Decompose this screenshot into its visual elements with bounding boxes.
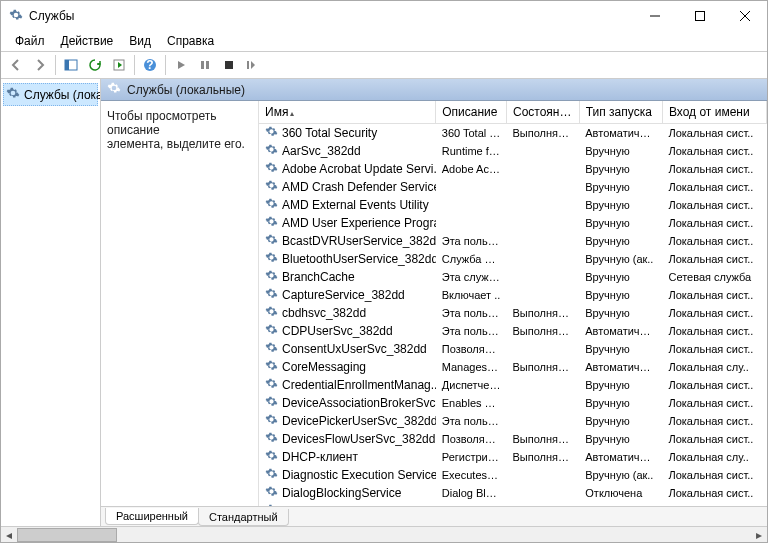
service-status: Выполняется	[506, 430, 579, 448]
service-name: BcastDVRUserService_382dd	[282, 234, 436, 248]
menubar: Файл Действие Вид Справка	[1, 31, 767, 51]
service-name: AarSvc_382dd	[282, 144, 361, 158]
service-desc: Эта пользо..	[436, 304, 507, 322]
close-button[interactable]	[722, 1, 767, 31]
table-row[interactable]: DHCP-клиентРегистриру..ВыполняетсяАвтома…	[259, 448, 767, 466]
service-status	[506, 286, 579, 304]
refresh-button[interactable]	[84, 54, 106, 76]
menu-action[interactable]: Действие	[55, 32, 120, 50]
service-logon: Локальная сист..	[662, 160, 766, 178]
service-status: Выполняется	[506, 358, 579, 376]
service-startup: Вручную (ак..	[579, 250, 662, 268]
gear-icon	[265, 359, 278, 375]
table-row[interactable]: DevicePickerUserSvc_382ddЭта пользо..Вру…	[259, 412, 767, 430]
service-status	[506, 142, 579, 160]
gear-icon	[265, 395, 278, 411]
service-desc	[436, 178, 507, 196]
table-row[interactable]: CredentialEnrollmentManag..Диспетчер..Вр…	[259, 376, 767, 394]
col-startup[interactable]: Тип запуска	[579, 101, 662, 124]
table-row[interactable]: BcastDVRUserService_382ddЭта пользо..Вру…	[259, 232, 767, 250]
service-startup: Вручную	[579, 286, 662, 304]
restart-button[interactable]	[242, 54, 264, 76]
service-startup: Автоматичес..	[579, 448, 662, 466]
minimize-button[interactable]	[632, 1, 677, 31]
gear-icon	[6, 86, 20, 103]
services-list[interactable]: Имя▴ Описание Состояние Тип запуска Вход…	[259, 101, 767, 506]
titlebar: Службы	[1, 1, 767, 31]
gear-icon	[265, 341, 278, 357]
service-name: DevicesFlowUserSvc_382dd	[282, 432, 435, 446]
back-button[interactable]	[5, 54, 27, 76]
table-row[interactable]: 360 Total Security360 Total S..Выполняет…	[259, 124, 767, 143]
table-row[interactable]: BluetoothUserService_382ddСлужба по..Вру…	[259, 250, 767, 268]
tab-standard[interactable]: Стандартный	[198, 509, 289, 526]
scroll-right-icon[interactable]: ▸	[751, 527, 767, 543]
table-row[interactable]: DialogBlockingServiceDialog Bloc..Отключ…	[259, 484, 767, 502]
table-row[interactable]: Diagnostic Execution ServiceExecutes di.…	[259, 466, 767, 484]
service-desc: Служба по..	[436, 250, 507, 268]
service-status	[506, 340, 579, 358]
tree-pane: Службы (локальн	[1, 79, 101, 526]
table-row[interactable]: AMD User Experience Progra..ВручнуюЛокал…	[259, 214, 767, 232]
show-hide-button[interactable]	[60, 54, 82, 76]
service-startup: Вручную	[579, 394, 662, 412]
horizontal-scrollbar[interactable]: ◂ ▸	[1, 526, 767, 542]
app-icon	[9, 8, 23, 25]
table-row[interactable]: AMD Crash Defender ServiceВручнуюЛокальн…	[259, 178, 767, 196]
service-name: 360 Total Security	[282, 126, 377, 140]
table-row[interactable]: DeviceAssociationBrokerSvc..Enables ap..…	[259, 394, 767, 412]
service-desc: Manages c..	[436, 358, 507, 376]
service-status: Выполняется	[506, 448, 579, 466]
service-status	[506, 232, 579, 250]
table-row[interactable]: CaptureService_382ddВключает ..ВручнуюЛо…	[259, 286, 767, 304]
col-logon[interactable]: Вход от имени	[662, 101, 766, 124]
table-row[interactable]: Adobe Acrobat Update Servi..Adobe Acro..…	[259, 160, 767, 178]
service-desc: Регистриру..	[436, 448, 507, 466]
gear-icon	[265, 161, 278, 177]
service-startup: Автоматичес..	[579, 358, 662, 376]
start-button[interactable]	[170, 54, 192, 76]
service-logon: Локальная сист..	[662, 412, 766, 430]
gear-icon	[265, 215, 278, 231]
forward-button[interactable]	[29, 54, 51, 76]
gear-icon	[265, 179, 278, 195]
tree-root-label: Службы (локальн	[24, 88, 101, 102]
service-desc	[436, 196, 507, 214]
pause-button[interactable]	[194, 54, 216, 76]
service-name: AMD Crash Defender Service	[282, 180, 436, 194]
col-name[interactable]: Имя▴	[259, 101, 436, 124]
service-startup: Вручную	[579, 376, 662, 394]
export-button[interactable]	[108, 54, 130, 76]
gear-icon	[107, 81, 121, 98]
table-row[interactable]: ConsentUxUserSvc_382ddПозволяет ..Вручну…	[259, 340, 767, 358]
service-desc: Runtime fo..	[436, 142, 507, 160]
help-button[interactable]: ?	[139, 54, 161, 76]
service-status	[506, 214, 579, 232]
table-row[interactable]: BranchCacheЭта служба..ВручнуюСетевая сл…	[259, 268, 767, 286]
table-row[interactable]: cbdhsvc_382ddЭта пользо..ВыполняетсяВруч…	[259, 304, 767, 322]
window-title: Службы	[29, 9, 74, 23]
col-status[interactable]: Состояние	[506, 101, 579, 124]
service-logon: Локальная сист..	[662, 142, 766, 160]
service-logon: Локальная сист..	[662, 466, 766, 484]
service-desc: 360 Total S..	[436, 124, 507, 143]
table-row[interactable]: CDPUserSvc_382ddЭта пользо..ВыполняетсяА…	[259, 322, 767, 340]
table-row[interactable]: DevicesFlowUserSvc_382ddПозволяет ..Выпо…	[259, 430, 767, 448]
service-name: Diagnostic Execution Service	[282, 468, 436, 482]
menu-file[interactable]: Файл	[9, 32, 51, 50]
scroll-thumb[interactable]	[17, 528, 117, 542]
tab-extended[interactable]: Расширенный	[105, 508, 199, 525]
table-row[interactable]: AMD External Events UtilityВручнуюЛокаль…	[259, 196, 767, 214]
menu-view[interactable]: Вид	[123, 32, 157, 50]
service-status	[506, 178, 579, 196]
service-status: Выполняется	[506, 124, 579, 143]
maximize-button[interactable]	[677, 1, 722, 31]
scroll-left-icon[interactable]: ◂	[1, 527, 17, 543]
menu-help[interactable]: Справка	[161, 32, 220, 50]
col-desc[interactable]: Описание	[436, 101, 507, 124]
stop-button[interactable]	[218, 54, 240, 76]
tree-root-item[interactable]: Службы (локальн	[3, 83, 98, 106]
table-row[interactable]: AarSvc_382ddRuntime fo..ВручнуюЛокальная…	[259, 142, 767, 160]
table-row[interactable]: CoreMessagingManages c..ВыполняетсяАвтом…	[259, 358, 767, 376]
gear-icon	[265, 467, 278, 483]
